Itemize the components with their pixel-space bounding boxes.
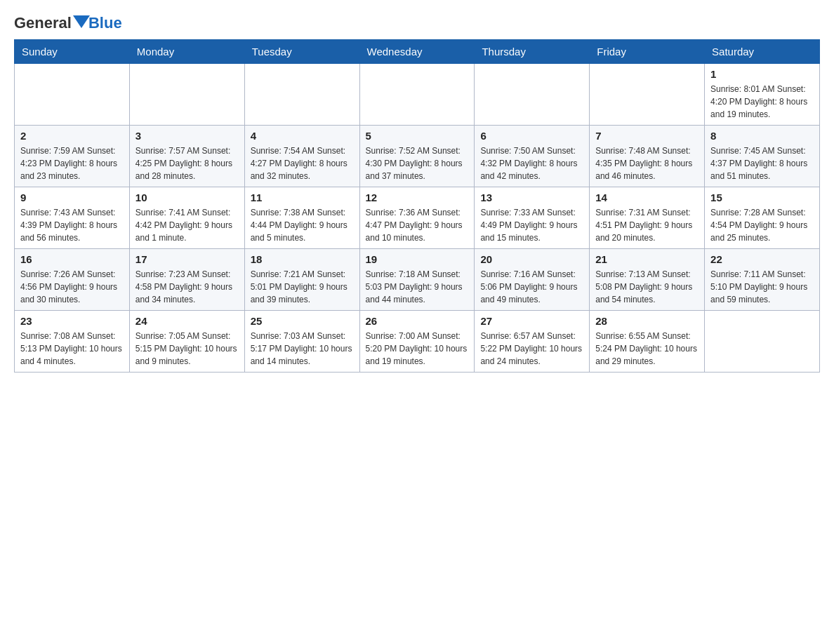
calendar-cell: 7Sunrise: 7:48 AM Sunset: 4:35 PM Daylig… bbox=[590, 126, 705, 187]
day-number: 15 bbox=[710, 192, 814, 203]
weekday-header-sunday: Sunday bbox=[15, 40, 130, 64]
day-info: Sunrise: 7:16 AM Sunset: 5:06 PM Dayligh… bbox=[480, 268, 583, 306]
calendar-cell bbox=[705, 311, 820, 373]
calendar-cell: 23Sunrise: 7:08 AM Sunset: 5:13 PM Dayli… bbox=[15, 311, 130, 373]
day-info: Sunrise: 7:08 AM Sunset: 5:13 PM Dayligh… bbox=[20, 330, 124, 368]
day-info: Sunrise: 7:54 AM Sunset: 4:27 PM Dayligh… bbox=[251, 145, 354, 182]
calendar-cell: 11Sunrise: 7:38 AM Sunset: 4:44 PM Dayli… bbox=[244, 187, 359, 249]
day-number: 13 bbox=[480, 192, 583, 203]
day-info: Sunrise: 7:52 AM Sunset: 4:30 PM Dayligh… bbox=[366, 145, 469, 182]
calendar-cell: 4Sunrise: 7:54 AM Sunset: 4:27 PM Daylig… bbox=[244, 126, 359, 187]
calendar-cell: 18Sunrise: 7:21 AM Sunset: 5:01 PM Dayli… bbox=[244, 249, 359, 311]
calendar-cell: 15Sunrise: 7:28 AM Sunset: 4:54 PM Dayli… bbox=[705, 187, 820, 249]
day-info: Sunrise: 7:18 AM Sunset: 5:03 PM Dayligh… bbox=[366, 268, 469, 306]
calendar-cell: 28Sunrise: 6:55 AM Sunset: 5:24 PM Dayli… bbox=[590, 311, 705, 373]
day-number: 26 bbox=[366, 315, 469, 327]
day-number: 27 bbox=[480, 315, 583, 327]
day-number: 22 bbox=[710, 253, 814, 265]
calendar-cell bbox=[244, 64, 359, 126]
day-info: Sunrise: 7:43 AM Sunset: 4:39 PM Dayligh… bbox=[20, 206, 124, 244]
calendar-cell: 16Sunrise: 7:26 AM Sunset: 4:56 PM Dayli… bbox=[15, 249, 130, 311]
day-info: Sunrise: 7:03 AM Sunset: 5:17 PM Dayligh… bbox=[251, 330, 354, 368]
day-number: 12 bbox=[366, 192, 469, 203]
calendar-cell: 5Sunrise: 7:52 AM Sunset: 4:30 PM Daylig… bbox=[359, 126, 475, 187]
logo-triangle-icon bbox=[73, 15, 90, 28]
calendar-cell bbox=[590, 64, 705, 126]
day-info: Sunrise: 7:21 AM Sunset: 5:01 PM Dayligh… bbox=[251, 268, 354, 306]
calendar-cell: 9Sunrise: 7:43 AM Sunset: 4:39 PM Daylig… bbox=[15, 187, 130, 249]
calendar-cell: 14Sunrise: 7:31 AM Sunset: 4:51 PM Dayli… bbox=[590, 187, 705, 249]
day-number: 10 bbox=[135, 192, 239, 203]
logo: General Blue bbox=[14, 14, 122, 32]
day-number: 16 bbox=[20, 253, 124, 265]
calendar-cell: 17Sunrise: 7:23 AM Sunset: 4:58 PM Dayli… bbox=[129, 249, 244, 311]
calendar-cell: 12Sunrise: 7:36 AM Sunset: 4:47 PM Dayli… bbox=[359, 187, 475, 249]
day-info: Sunrise: 7:38 AM Sunset: 4:44 PM Dayligh… bbox=[251, 206, 354, 244]
day-number: 3 bbox=[135, 130, 239, 142]
day-number: 9 bbox=[20, 192, 124, 203]
calendar-cell: 6Sunrise: 7:50 AM Sunset: 4:32 PM Daylig… bbox=[475, 126, 590, 187]
calendar-cell: 3Sunrise: 7:57 AM Sunset: 4:25 PM Daylig… bbox=[129, 126, 244, 187]
day-number: 20 bbox=[480, 253, 583, 265]
day-number: 19 bbox=[366, 253, 469, 265]
day-number: 8 bbox=[710, 130, 814, 142]
day-number: 18 bbox=[251, 253, 354, 265]
day-number: 7 bbox=[595, 130, 699, 142]
day-info: Sunrise: 7:11 AM Sunset: 5:10 PM Dayligh… bbox=[710, 268, 814, 306]
day-info: Sunrise: 7:13 AM Sunset: 5:08 PM Dayligh… bbox=[595, 268, 699, 306]
day-number: 24 bbox=[135, 315, 239, 327]
calendar-cell bbox=[475, 64, 590, 126]
week-row-5: 23Sunrise: 7:08 AM Sunset: 5:13 PM Dayli… bbox=[15, 311, 820, 373]
day-info: Sunrise: 7:57 AM Sunset: 4:25 PM Dayligh… bbox=[135, 145, 239, 182]
day-info: Sunrise: 7:00 AM Sunset: 5:20 PM Dayligh… bbox=[366, 330, 469, 368]
day-info: Sunrise: 7:26 AM Sunset: 4:56 PM Dayligh… bbox=[20, 268, 124, 306]
calendar-cell bbox=[359, 64, 475, 126]
week-row-3: 9Sunrise: 7:43 AM Sunset: 4:39 PM Daylig… bbox=[15, 187, 820, 249]
logo-general-text: General bbox=[14, 14, 72, 32]
calendar-cell: 8Sunrise: 7:45 AM Sunset: 4:37 PM Daylig… bbox=[705, 126, 820, 187]
calendar-cell: 10Sunrise: 7:41 AM Sunset: 4:42 PM Dayli… bbox=[129, 187, 244, 249]
weekday-header-friday: Friday bbox=[590, 40, 705, 64]
week-row-2: 2Sunrise: 7:59 AM Sunset: 4:23 PM Daylig… bbox=[15, 126, 820, 187]
calendar-cell: 25Sunrise: 7:03 AM Sunset: 5:17 PM Dayli… bbox=[244, 311, 359, 373]
calendar-cell: 20Sunrise: 7:16 AM Sunset: 5:06 PM Dayli… bbox=[475, 249, 590, 311]
calendar-cell: 21Sunrise: 7:13 AM Sunset: 5:08 PM Dayli… bbox=[590, 249, 705, 311]
weekday-header-saturday: Saturday bbox=[705, 40, 820, 64]
calendar-cell: 2Sunrise: 7:59 AM Sunset: 4:23 PM Daylig… bbox=[15, 126, 130, 187]
day-number: 5 bbox=[366, 130, 469, 142]
day-info: Sunrise: 7:33 AM Sunset: 4:49 PM Dayligh… bbox=[480, 206, 583, 244]
page-header: General Blue bbox=[14, 14, 820, 32]
weekday-header-thursday: Thursday bbox=[475, 40, 590, 64]
day-number: 21 bbox=[595, 253, 699, 265]
day-info: Sunrise: 8:01 AM Sunset: 4:20 PM Dayligh… bbox=[710, 83, 814, 121]
day-info: Sunrise: 6:57 AM Sunset: 5:22 PM Dayligh… bbox=[480, 330, 583, 368]
weekday-header-monday: Monday bbox=[129, 40, 244, 64]
logo-blue-text: Blue bbox=[88, 14, 122, 32]
day-info: Sunrise: 7:23 AM Sunset: 4:58 PM Dayligh… bbox=[135, 268, 239, 306]
calendar-cell: 26Sunrise: 7:00 AM Sunset: 5:20 PM Dayli… bbox=[359, 311, 475, 373]
day-number: 25 bbox=[251, 315, 354, 327]
day-info: Sunrise: 7:28 AM Sunset: 4:54 PM Dayligh… bbox=[710, 206, 814, 244]
day-info: Sunrise: 7:31 AM Sunset: 4:51 PM Dayligh… bbox=[595, 206, 699, 244]
calendar-cell: 19Sunrise: 7:18 AM Sunset: 5:03 PM Dayli… bbox=[359, 249, 475, 311]
day-number: 14 bbox=[595, 192, 699, 203]
calendar-cell bbox=[15, 64, 130, 126]
weekday-header-row: SundayMondayTuesdayWednesdayThursdayFrid… bbox=[15, 40, 820, 64]
day-number: 4 bbox=[251, 130, 354, 142]
week-row-1: 1Sunrise: 8:01 AM Sunset: 4:20 PM Daylig… bbox=[15, 64, 820, 126]
calendar-cell: 24Sunrise: 7:05 AM Sunset: 5:15 PM Dayli… bbox=[129, 311, 244, 373]
day-info: Sunrise: 7:59 AM Sunset: 4:23 PM Dayligh… bbox=[20, 145, 124, 182]
day-info: Sunrise: 7:50 AM Sunset: 4:32 PM Dayligh… bbox=[480, 145, 583, 182]
day-info: Sunrise: 7:41 AM Sunset: 4:42 PM Dayligh… bbox=[135, 206, 239, 244]
day-info: Sunrise: 7:05 AM Sunset: 5:15 PM Dayligh… bbox=[135, 330, 239, 368]
day-number: 6 bbox=[480, 130, 583, 142]
day-info: Sunrise: 7:36 AM Sunset: 4:47 PM Dayligh… bbox=[366, 206, 469, 244]
calendar-cell: 27Sunrise: 6:57 AM Sunset: 5:22 PM Dayli… bbox=[475, 311, 590, 373]
day-info: Sunrise: 7:45 AM Sunset: 4:37 PM Dayligh… bbox=[710, 145, 814, 182]
week-row-4: 16Sunrise: 7:26 AM Sunset: 4:56 PM Dayli… bbox=[15, 249, 820, 311]
day-number: 11 bbox=[251, 192, 354, 203]
day-number: 17 bbox=[135, 253, 239, 265]
day-number: 23 bbox=[20, 315, 124, 327]
weekday-header-wednesday: Wednesday bbox=[359, 40, 475, 64]
day-info: Sunrise: 7:48 AM Sunset: 4:35 PM Dayligh… bbox=[595, 145, 699, 182]
